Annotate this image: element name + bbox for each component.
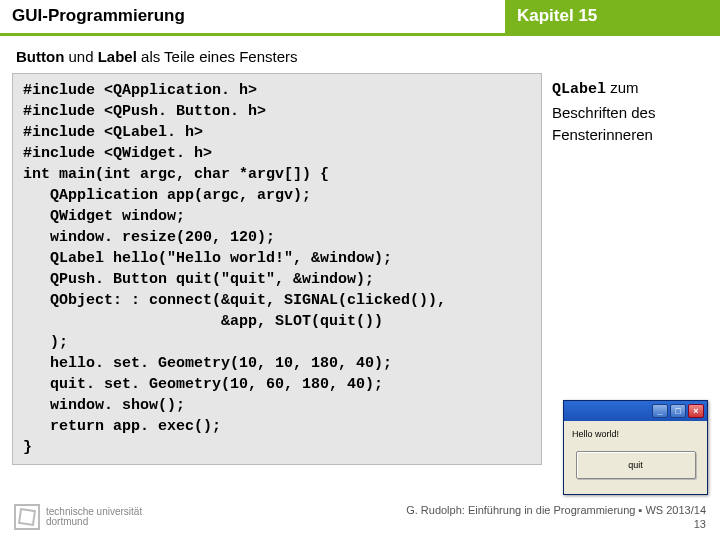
window-titlebar: _ □ × — [564, 401, 707, 421]
page-number: 13 — [694, 518, 706, 530]
window-quit-button: quit — [576, 451, 696, 479]
header-title-left: GUI-Programmierung — [0, 0, 505, 36]
university-logo: technische universität dortmund — [14, 504, 142, 530]
tu-logo-icon — [14, 504, 40, 530]
header-title-right: Kapitel 15 — [505, 0, 720, 36]
window-hello-label: Hello world! — [568, 427, 703, 441]
close-icon: × — [688, 404, 704, 418]
window-screenshot-mock: _ □ × Hello world! quit — [563, 400, 708, 495]
subtitle-bold-1: Button — [16, 48, 64, 65]
slide-header: GUI-Programmierung Kapitel 15 — [0, 0, 720, 36]
window-body: Hello world! quit — [564, 421, 707, 485]
maximize-icon: □ — [670, 404, 686, 418]
slide-subtitle: Button und Label als Teile eines Fenster… — [0, 36, 720, 73]
footer-credit: G. Rudolph: Einführung in die Programmie… — [406, 503, 706, 532]
university-name: technische universität dortmund — [46, 507, 142, 527]
minimize-icon: _ — [652, 404, 668, 418]
subtitle-bold-2: Label — [98, 48, 137, 65]
slide-footer: technische universität dortmund G. Rudol… — [0, 498, 720, 540]
code-block: #include <QApplication. h> #include <QPu… — [12, 73, 542, 465]
note-mono: QLabel — [552, 81, 606, 98]
